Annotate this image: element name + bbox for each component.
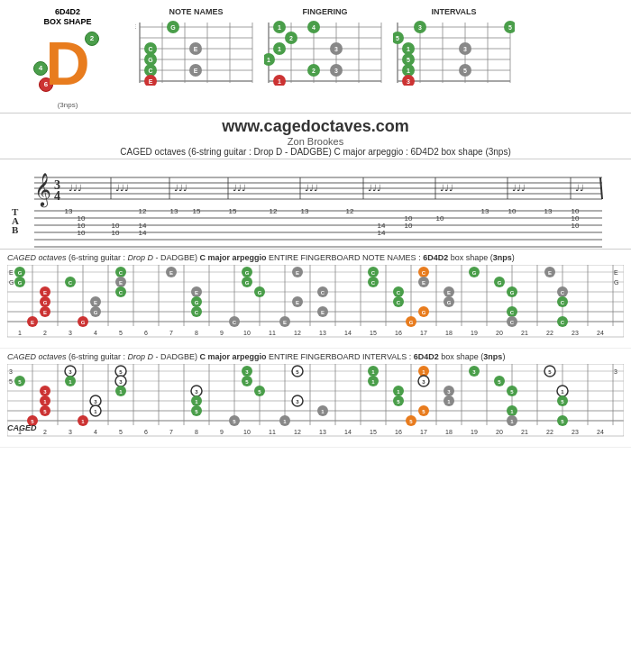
svg-text:17: 17 — [420, 330, 427, 336]
svg-text:E: E — [283, 320, 287, 325]
svg-text:♩♩♩: ♩♩♩ — [115, 183, 129, 193]
svg-text:3: 3 — [463, 46, 467, 52]
svg-text:E: E — [43, 290, 47, 295]
svg-text:E: E — [94, 300, 97, 305]
svg-text:14: 14 — [344, 330, 352, 336]
svg-text:13: 13 — [319, 429, 326, 435]
svg-text:3: 3 — [418, 24, 422, 31]
svg-text:15: 15 — [370, 330, 377, 336]
svg-text:12: 12 — [346, 207, 354, 215]
svg-text:E: E — [296, 300, 299, 305]
svg-text:16: 16 — [395, 429, 402, 435]
svg-text:11: 11 — [269, 330, 276, 336]
fingerboard1-svg: E G E G G C — [7, 265, 624, 344]
svg-text:♩♩♩: ♩♩♩ — [305, 183, 318, 193]
svg-text:C: C — [371, 280, 376, 286]
svg-text:♩♩♩: ♩♩♩ — [233, 183, 246, 193]
svg-text:10: 10 — [436, 214, 444, 222]
svg-text:17: 17 — [420, 429, 427, 435]
svg-text:3: 3 — [69, 429, 72, 435]
svg-text:14: 14 — [344, 429, 352, 435]
svg-text:C: C — [422, 270, 426, 276]
svg-text:C: C — [510, 320, 515, 325]
svg-text:E: E — [614, 269, 618, 276]
svg-text:5: 5 — [407, 57, 410, 63]
svg-text:E: E — [119, 280, 123, 286]
svg-text:23: 23 — [572, 330, 579, 336]
svg-text:15: 15 — [370, 429, 377, 435]
svg-text:E: E — [149, 78, 153, 85]
svg-text:E: E — [169, 270, 173, 276]
svg-text:E: E — [321, 310, 325, 315]
svg-text:4: 4 — [312, 24, 316, 31]
svg-text:C: C — [561, 290, 565, 295]
svg-text:13: 13 — [65, 207, 73, 215]
diagrams-row: NOTE NAMES G C — [135, 7, 515, 86]
svg-text:6: 6 — [144, 330, 148, 336]
svg-text:13: 13 — [170, 207, 178, 215]
svg-text:23: 23 — [572, 429, 579, 435]
svg-text:3: 3 — [69, 330, 72, 336]
svg-text:6: 6 — [144, 429, 148, 435]
svg-text:C: C — [195, 310, 199, 315]
svg-text:C: C — [321, 290, 325, 295]
svg-text:G: G — [614, 279, 618, 286]
svg-text:24: 24 — [597, 330, 604, 336]
diagram-intervals: INTERVALS 3 5 5 — [393, 7, 515, 86]
svg-text:G: G — [195, 300, 199, 305]
svg-text:C: C — [148, 68, 152, 74]
svg-text:1: 1 — [407, 46, 410, 52]
svg-text:1: 1 — [407, 68, 410, 74]
svg-text:8: 8 — [195, 330, 198, 336]
svg-text:8: 8 — [195, 429, 198, 435]
diagram-intervals-title: INTERVALS — [431, 7, 476, 16]
website-section: www.cagedoctaves.com Zon Brookes CAGED o… — [0, 114, 631, 159]
diagram-fingering: FINGERING 1 4 2 — [264, 7, 386, 86]
svg-text:♩♩♩: ♩♩♩ — [368, 183, 381, 193]
svg-text:19: 19 — [471, 330, 478, 336]
fingering-svg: 1 4 2 1 3 1 2 3 1 10 11 12 13 — [264, 18, 386, 86]
svg-line-131 — [600, 177, 602, 199]
svg-text:18: 18 — [445, 330, 453, 336]
svg-text:♩♩♩: ♩♩♩ — [512, 183, 526, 193]
svg-text:4: 4 — [54, 189, 60, 203]
svg-text:21: 21 — [521, 330, 528, 336]
svg-text:E: E — [43, 310, 47, 315]
svg-text:1: 1 — [278, 78, 281, 85]
svg-text:7: 7 — [169, 330, 173, 336]
fb1-title: CAGED octaves (6-string guitar : Drop D … — [7, 253, 624, 262]
svg-text:C: C — [233, 320, 237, 325]
svg-text:G: G — [94, 310, 98, 315]
svg-text:10: 10 — [243, 429, 251, 435]
svg-text:3: 3 — [9, 368, 13, 375]
svg-text:C: C — [119, 270, 123, 276]
svg-text:4: 4 — [94, 330, 97, 336]
svg-text:13: 13 — [301, 207, 309, 215]
svg-text:14: 14 — [139, 229, 147, 237]
svg-text:E: E — [548, 270, 552, 276]
svg-text:22: 22 — [546, 429, 553, 435]
svg-text:E: E — [195, 290, 198, 295]
svg-text:14: 14 — [378, 229, 386, 237]
svg-text:C: C — [397, 290, 401, 295]
svg-text:1: 1 — [278, 46, 281, 52]
svg-text:2: 2 — [43, 429, 47, 435]
note-names-svg: G C E G C E E 10 11 — [135, 18, 257, 86]
svg-text:15: 15 — [229, 207, 237, 215]
svg-text:10: 10 — [508, 207, 517, 215]
fingerboard2-section: CAGED octaves (6-string guitar : Drop D … — [0, 349, 631, 448]
svg-text:20: 20 — [496, 429, 503, 435]
svg-text:G: G — [18, 280, 23, 286]
svg-text:3: 3 — [407, 78, 410, 85]
svg-text:G: G — [498, 280, 502, 286]
svg-text:5: 5 — [119, 330, 123, 336]
svg-text:18: 18 — [445, 429, 453, 435]
svg-text:9: 9 — [220, 429, 224, 435]
caged-label: CAGED — [7, 423, 37, 432]
svg-text:2: 2 — [43, 330, 47, 336]
svg-text:10: 10 — [405, 222, 413, 230]
svg-text:𝄞: 𝄞 — [34, 173, 51, 208]
svg-text:5: 5 — [119, 429, 123, 435]
svg-text:10: 10 — [243, 330, 251, 336]
svg-text:24: 24 — [597, 429, 604, 435]
